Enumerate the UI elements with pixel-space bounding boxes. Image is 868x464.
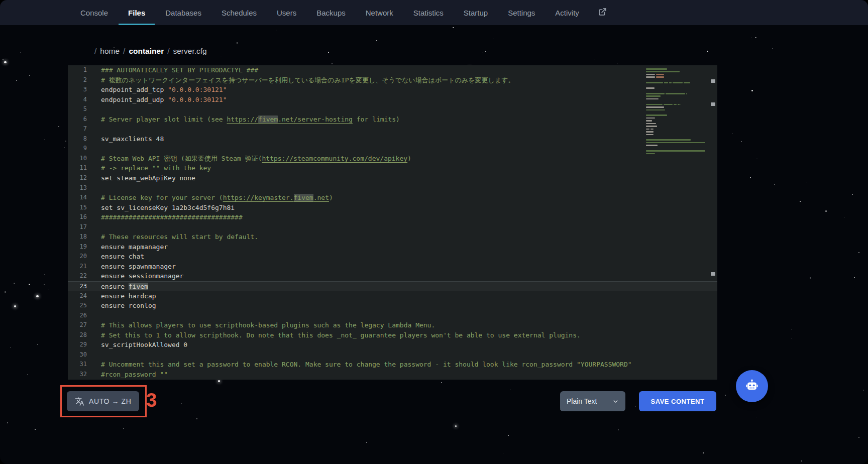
line-number: 4 [68, 95, 87, 105]
code-line-32: 32#rcon_password "" [68, 370, 717, 380]
code-line-6: 6# Server player slot limit (see https:/… [68, 114, 717, 125]
code-line-14: 14# License key for your server (https:/… [68, 193, 717, 203]
code-line-2: 2# 複数のネットワークインターフェイスを持つサーバーを利用している場合のみIP… [68, 75, 717, 85]
code-line-8: 8sv_maxclients 48 [68, 134, 717, 144]
pterodactyl-file-editor-page: ConsoleFilesDatabasesSchedulesUsersBacku… [0, 0, 868, 464]
line-number: 31 [68, 360, 87, 370]
line-number: 28 [68, 330, 87, 340]
line-number: 8 [68, 134, 87, 144]
tab-activity[interactable]: Activity [546, 0, 589, 25]
breadcrumb-home[interactable]: home [100, 47, 120, 56]
line-content [87, 183, 717, 193]
line-content: # Server player slot limit (see https://… [87, 114, 717, 125]
line-number: 1 [68, 65, 87, 75]
line-content: ensure spawnmanager [87, 262, 717, 272]
line-number: 17 [68, 222, 87, 233]
nav-tabs: ConsoleFilesDatabasesSchedulesUsersBacku… [71, 0, 589, 25]
line-content: #rcon_password "" [87, 370, 717, 380]
code-line-11: 11# -> replace "" with the key [68, 163, 717, 173]
line-content: # These resources will start by default. [87, 232, 717, 242]
line-number: 21 [68, 262, 87, 272]
line-number: 26 [68, 311, 87, 321]
tab-schedules[interactable]: Schedules [212, 0, 266, 25]
line-content [87, 104, 717, 114]
code-line-22: 22ensure sessionmanager [68, 271, 717, 281]
breadcrumb: /home/container/server.cfg [94, 47, 207, 56]
code-line-31: 31# Uncomment this and set a password to… [68, 360, 717, 370]
code-line-21: 21ensure spawnmanager [68, 262, 717, 272]
tab-statistics[interactable]: Statistics [404, 0, 453, 25]
line-number: 12 [68, 173, 87, 183]
save-content-button[interactable]: SAVE CONTENT [639, 391, 716, 411]
tab-backups[interactable]: Backups [307, 0, 355, 25]
language-mode-value: Plain Text [567, 397, 597, 405]
scrollbar-marker [711, 272, 715, 276]
line-number: 23 [68, 282, 87, 291]
translate-button-label: AUTO → ZH [89, 397, 131, 405]
line-content [87, 222, 717, 233]
line-number: 29 [68, 340, 87, 350]
line-number: 7 [68, 124, 87, 134]
annotation-number: 3 [146, 390, 157, 411]
code-lines: 1### AUTOMATICALLY SET BY PTERODACTYL ##… [68, 65, 717, 380]
code-line-26: 26 [68, 311, 717, 321]
line-number: 10 [68, 154, 87, 164]
line-content: # This allows players to use scripthook-… [87, 320, 717, 330]
tab-console[interactable]: Console [71, 0, 118, 25]
line-content: # Set this to 1 to allow scripthook. Do … [87, 330, 717, 340]
line-content: ensure rconlog [87, 301, 717, 311]
tab-network[interactable]: Network [356, 0, 403, 25]
line-content: # Uncomment this and set a password to e… [87, 360, 717, 370]
tab-files[interactable]: Files [119, 0, 155, 25]
line-content: ### AUTOMATICALLY SET BY PTERODACTYL ### [87, 65, 717, 75]
translate-auto-zh-button[interactable]: AUTO → ZH [67, 391, 139, 411]
line-content [87, 350, 717, 360]
assistant-fab-button[interactable] [736, 370, 768, 402]
scrollbar-marker [711, 102, 715, 106]
line-content [87, 311, 717, 321]
line-content: ensure mapmanager [87, 242, 717, 252]
top-navigation-bar: ConsoleFilesDatabasesSchedulesUsersBacku… [0, 0, 868, 25]
translate-icon [75, 397, 84, 406]
line-number: 2 [68, 75, 87, 85]
line-number: 18 [68, 232, 87, 242]
line-number: 30 [68, 350, 87, 360]
robot-icon [743, 377, 761, 395]
breadcrumb-server-cfg: server.cfg [173, 47, 206, 56]
line-number: 25 [68, 301, 87, 311]
code-line-10: 10# Steam Web API 密钥 (如果要使用 Steam 验证(htt… [68, 154, 717, 164]
code-line-18: 18# These resources will start by defaul… [68, 232, 717, 242]
code-line-23: 23ensure fivem [68, 281, 717, 291]
external-link-button[interactable] [589, 0, 616, 25]
line-content: endpoint_add_udp "0.0.0.0:30121" [87, 95, 717, 105]
line-content: sv_scriptHookAllowed 0 [87, 340, 717, 350]
line-number: 16 [68, 212, 87, 222]
line-content: endpoint_add_tcp "0.0.0.0:30121" [87, 85, 717, 95]
tab-users[interactable]: Users [267, 0, 306, 25]
tab-startup[interactable]: Startup [454, 0, 497, 25]
line-number: 5 [68, 104, 87, 114]
line-number: 6 [68, 114, 87, 125]
chevron-down-icon [612, 398, 619, 405]
code-line-7: 7 [68, 124, 717, 134]
tab-databases[interactable]: Databases [156, 0, 211, 25]
line-content: # License key for your server (https://k… [87, 193, 717, 203]
breadcrumb-separator: / [167, 47, 169, 56]
code-line-9: 9 [68, 144, 717, 154]
code-line-4: 4endpoint_add_udp "0.0.0.0:30121" [68, 95, 717, 105]
line-number: 9 [68, 144, 87, 154]
line-number: 3 [68, 85, 87, 95]
code-line-13: 13 [68, 183, 717, 193]
line-number: 15 [68, 203, 87, 213]
breadcrumb-separator: / [123, 47, 125, 56]
code-line-25: 25ensure rconlog [68, 301, 717, 311]
breadcrumb-container[interactable]: container [129, 47, 164, 56]
language-mode-select[interactable]: Plain Text [560, 391, 625, 411]
code-line-17: 17 [68, 222, 717, 233]
code-editor[interactable]: 1### AUTOMATICALLY SET BY PTERODACTYL ##… [68, 65, 717, 380]
editor-minimap[interactable] [646, 68, 709, 156]
line-content: ensure hardcap [87, 291, 717, 301]
line-content: # 複数のネットワークインターフェイスを持つサーバーを利用している場合のみIPを… [87, 75, 717, 85]
code-line-24: 24ensure hardcap [68, 291, 717, 301]
tab-settings[interactable]: Settings [498, 0, 545, 25]
